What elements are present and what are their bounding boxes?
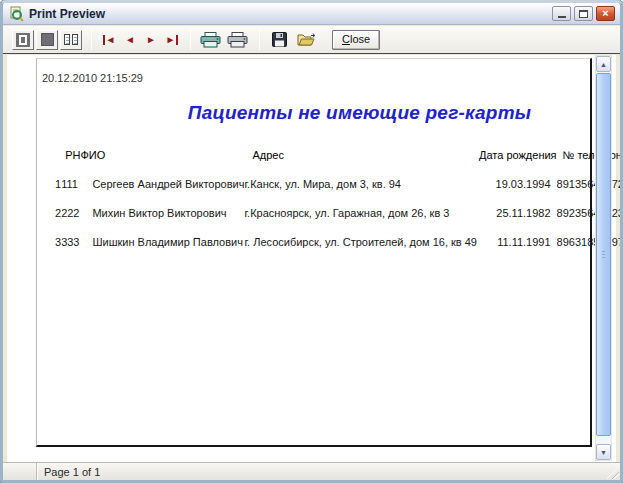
cell-birthdate: 11.11.1991: [477, 227, 557, 256]
zoom-two-page-button[interactable]: [60, 30, 82, 50]
cell-phone: 891356498721: [557, 169, 623, 198]
last-page-button[interactable]: ►: [162, 30, 182, 50]
status-bar: Page 1 of 1: [3, 462, 620, 480]
save-report-button[interactable]: [267, 30, 292, 50]
page-indicator: Page 1 of 1: [44, 466, 100, 478]
next-page-button[interactable]: ►: [141, 30, 161, 50]
close-button-label: lose: [350, 33, 370, 45]
first-page-button[interactable]: ◄: [99, 30, 119, 50]
printer-setup-icon: [200, 32, 221, 48]
table-row: 2 222 Михин Виктор Викторович г.Краснояр…: [55, 198, 623, 227]
column-header-fio: ФИО: [80, 143, 244, 169]
zoom-whole-page-icon: [16, 33, 30, 47]
report-table: РН ФИО Адрес Дата рождения № телефона 1 …: [55, 143, 623, 256]
print-button[interactable]: [225, 30, 250, 50]
cell-phone: 896318564978: [557, 227, 623, 256]
printer-setup-button[interactable]: [198, 30, 223, 50]
arrow-down-icon: ▼: [600, 449, 607, 456]
toolbar: ◄ ◄ ► ►: [3, 26, 620, 54]
toolbar-close-button[interactable]: Close: [332, 30, 380, 50]
cell-address: г.Красноярск, ул. Гаражная, дом 26, кв 3: [244, 198, 477, 227]
print-preview-window: Print Preview × ◄ ◄ ► ►: [0, 0, 623, 483]
titlebar[interactable]: Print Preview ×: [3, 3, 620, 25]
zoom-whole-page-button[interactable]: [12, 30, 34, 50]
toolbar-separator: [190, 30, 191, 50]
cell-rn: 333: [61, 227, 80, 256]
cell-rn: 111: [61, 169, 80, 198]
report-page: 20.12.2010 21:15:29 Пациенты не имеющие …: [36, 58, 592, 447]
cell-fio: Михин Виктор Викторович: [80, 198, 244, 227]
zoom-two-page-icon: [64, 34, 78, 45]
cell-address: г. Лесосибирск, ул. Строителей, дом 16, …: [244, 227, 477, 256]
last-page-icon: ►: [166, 35, 179, 45]
first-page-icon: ◄: [103, 35, 116, 45]
status-panel-main: Page 1 of 1: [37, 466, 620, 478]
report-timestamp: 20.12.2010 21:15:29: [42, 72, 143, 84]
load-report-button[interactable]: [294, 30, 319, 50]
minimize-button[interactable]: [552, 6, 571, 21]
column-header-rn: РН: [61, 143, 80, 169]
maximize-icon: [579, 10, 588, 18]
preview-area: 20.12.2010 21:15:29 Пациенты не имеющие …: [7, 55, 616, 462]
table-row: 3 333 Шишкин Владимир Павлович г. Лесоси…: [55, 227, 623, 256]
cell-fio: Сергеев Аандрей Викторович: [80, 169, 244, 198]
cell-birthdate: 25.11.1982: [477, 198, 557, 227]
scroll-up-button[interactable]: ▲: [596, 56, 611, 72]
open-folder-icon: [297, 32, 316, 47]
scroll-down-button[interactable]: ▼: [596, 444, 611, 460]
report-title: Пациенты не имеющие рег-карты: [37, 102, 590, 124]
table-row: 1 111 Сергеев Аандрей Викторович г.Канск…: [55, 169, 623, 198]
cell-address: г.Канск, ул. Мира, дом 3, кв. 94: [244, 169, 477, 198]
zoom-100-icon: [41, 33, 54, 46]
zoom-100-button[interactable]: [36, 30, 58, 50]
cell-phone: 892356498236: [557, 198, 623, 227]
cell-birthdate: 19.03.1994: [477, 169, 557, 198]
table-header-row: РН ФИО Адрес Дата рождения № телефона: [55, 143, 623, 169]
maximize-button[interactable]: [574, 6, 593, 21]
save-icon: [272, 32, 287, 47]
close-window-button[interactable]: ×: [596, 6, 615, 21]
toolbar-separator: [91, 30, 92, 50]
previous-page-icon: ◄: [125, 35, 135, 45]
window-title: Print Preview: [29, 7, 105, 21]
arrow-up-icon: ▲: [600, 61, 607, 68]
minimize-icon: [558, 16, 566, 18]
status-panel-left: [3, 463, 37, 480]
toolbar-separator: [259, 30, 260, 50]
column-header-address: Адрес: [244, 143, 477, 169]
cell-rn: 222: [61, 198, 80, 227]
app-icon: [8, 6, 24, 22]
cell-fio: Шишкин Владимир Павлович: [80, 227, 244, 256]
column-header-phone: № телефона: [557, 143, 623, 169]
close-button-label: C: [342, 33, 350, 45]
close-icon: ×: [602, 8, 608, 19]
previous-page-button[interactable]: ◄: [120, 30, 140, 50]
print-icon: [227, 32, 248, 48]
window-controls: ×: [552, 6, 615, 21]
column-header-birthdate: Дата рождения: [477, 143, 557, 169]
vertical-scrollbar[interactable]: ▲ ▼: [595, 55, 612, 461]
scrollbar-grip-icon: [602, 251, 605, 259]
next-page-icon: ►: [146, 35, 156, 45]
scrollbar-thumb[interactable]: [596, 73, 611, 436]
